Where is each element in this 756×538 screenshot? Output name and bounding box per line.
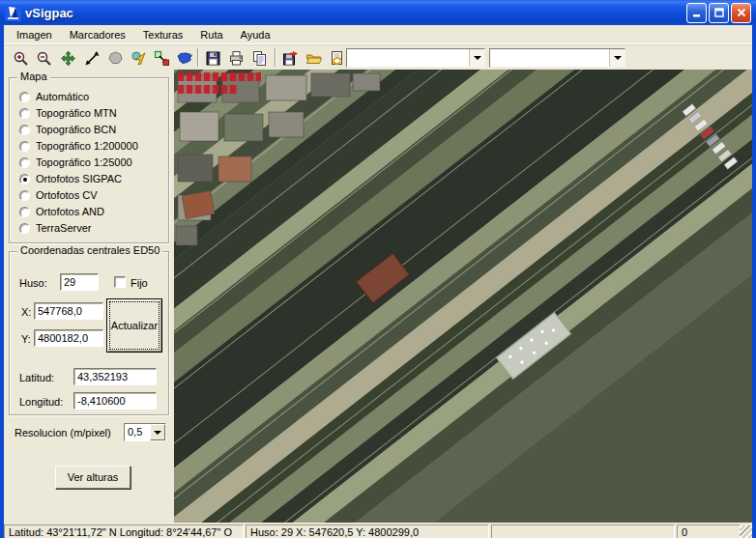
polygon-icon [107, 50, 124, 67]
mapa-group-title: Mapa [17, 71, 50, 82]
resize-grip[interactable] [740, 525, 752, 538]
radio-label: Automático [36, 91, 89, 102]
map-watermark [178, 72, 261, 98]
window-border-right [752, 25, 756, 538]
radio-label: Topográfico 1:200000 [36, 140, 138, 152]
radio-icon[interactable] [19, 108, 30, 119]
radio-ortofotos-cv[interactable]: Ortofotos CV [19, 188, 98, 202]
radio-label: Ortofotos AND [36, 206, 104, 217]
reload-icon [329, 50, 345, 67]
polygon-button[interactable] [104, 47, 127, 69]
measure-arrow-icon [84, 50, 101, 67]
map-viewport[interactable] [174, 70, 752, 523]
menu-bar: Imagen Marcadores Texturas Ruta Ayuda [4, 25, 752, 44]
status-latlon: Latitud: 43°21'11,72" N Longitud: 8°24'4… [4, 524, 244, 538]
ver-alturas-button[interactable]: Ver alturas [55, 466, 131, 489]
toolbar [4, 44, 752, 70]
menu-ruta[interactable]: Ruta [191, 27, 231, 42]
copy-icon [251, 50, 268, 67]
zoom-out-icon [36, 50, 52, 67]
huso-input[interactable] [60, 273, 99, 291]
zoom-in-icon [13, 50, 29, 67]
fijo-label: Fijo [131, 277, 148, 289]
zoom-out-button[interactable] [33, 47, 55, 69]
radio-icon[interactable] [19, 190, 30, 201]
radio-topografico-200000[interactable]: Topográfico 1:200000 [19, 139, 138, 153]
longitud-input[interactable] [73, 392, 157, 410]
status-empty [491, 524, 675, 538]
measure-arrow-button[interactable] [81, 47, 103, 69]
app-window: vSigpac Imagen Marcadores Texturas Ruta … [0, 0, 756, 538]
export-image-button[interactable] [279, 47, 302, 69]
reload-button[interactable] [326, 47, 348, 69]
minimize-icon [692, 8, 702, 17]
chevron-down-icon[interactable] [469, 49, 484, 67]
print-button[interactable] [225, 47, 247, 69]
radio-terraserver[interactable]: TerraServer [19, 221, 91, 235]
print-icon [228, 50, 245, 67]
select-pointer-button[interactable] [128, 47, 150, 69]
spain-map-button[interactable] [174, 47, 196, 69]
toolbar-separator [275, 48, 276, 67]
zoom-in-button[interactable] [10, 47, 32, 69]
latitud-input[interactable] [73, 368, 157, 385]
minimize-button[interactable] [686, 3, 707, 23]
aerial-photo [174, 70, 752, 523]
fijo-checkbox[interactable] [114, 276, 126, 288]
radio-icon[interactable] [19, 174, 30, 184]
spain-map-icon [177, 50, 193, 67]
radio-label: Ortofotos SIGPAC [36, 173, 122, 184]
radio-icon[interactable] [19, 125, 30, 135]
save-button[interactable] [202, 47, 224, 69]
title-bar[interactable]: vSigpac [0, 0, 756, 25]
menu-ayuda[interactable]: Ayuda [232, 27, 279, 42]
layer-combo[interactable] [346, 48, 485, 68]
maximize-button[interactable] [709, 3, 729, 23]
pan-button[interactable] [57, 47, 79, 69]
radio-label: Ortofotos CV [36, 189, 98, 201]
status-utm: Huso: 29 X: 547620,5 Y: 4800299,0 [246, 524, 489, 538]
radio-icon[interactable] [19, 92, 30, 102]
move-selection-button[interactable] [151, 47, 173, 69]
radio-label: TerraServer [36, 222, 91, 234]
mapa-group: Mapa Automático Topográfico MTN Topográf… [9, 77, 169, 243]
radio-topografico-25000[interactable]: Topográfico 1:25000 [19, 156, 132, 169]
resolution-select[interactable]: 0,5 [124, 423, 166, 441]
menu-marcadores[interactable]: Marcadores [61, 27, 134, 42]
select-pointer-icon [131, 50, 147, 67]
huso-label: Huso: [19, 277, 47, 289]
app-icon [5, 5, 21, 21]
y-label: Y: [21, 333, 31, 345]
pan-icon [60, 50, 76, 67]
radio-icon[interactable] [19, 141, 30, 152]
radio-icon[interactable] [19, 207, 30, 217]
chevron-down-icon[interactable] [609, 49, 625, 67]
maximize-icon [714, 8, 724, 17]
copy-button[interactable] [248, 47, 271, 69]
close-icon [737, 8, 746, 17]
latitud-label: Latitud: [19, 372, 54, 383]
status-bar: Latitud: 43°21'11,72" N Longitud: 8°24'4… [4, 523, 752, 538]
longitud-label: Longitud: [19, 396, 63, 408]
radio-ortofotos-and[interactable]: Ortofotos AND [19, 205, 104, 218]
radio-automatico[interactable]: Automático [19, 90, 89, 103]
menu-imagen[interactable]: Imagen [8, 27, 61, 42]
close-button[interactable] [731, 3, 751, 23]
y-input[interactable] [34, 329, 103, 347]
radio-topografico-mtn[interactable]: Topográfico MTN [19, 106, 117, 120]
marker-combo[interactable] [489, 48, 625, 68]
radio-ortofotos-sigpac[interactable]: Ortofotos SIGPAC [19, 172, 122, 185]
chevron-down-icon[interactable] [150, 424, 165, 440]
radio-label: Topográfico MTN [36, 107, 117, 119]
move-selection-icon [154, 50, 170, 67]
radio-icon[interactable] [19, 157, 30, 168]
radio-topografico-bcn[interactable]: Topográfico BCN [19, 123, 116, 136]
open-folder-button[interactable] [303, 47, 325, 69]
menu-texturas[interactable]: Texturas [134, 27, 192, 42]
layer-combo-value [347, 49, 469, 67]
x-input[interactable] [34, 302, 103, 320]
radio-icon[interactable] [19, 223, 30, 234]
save-icon [205, 50, 221, 67]
sidebar: Mapa Automático Topográfico MTN Topográf… [4, 70, 174, 523]
actualizar-button[interactable]: Actualizar [106, 298, 162, 353]
